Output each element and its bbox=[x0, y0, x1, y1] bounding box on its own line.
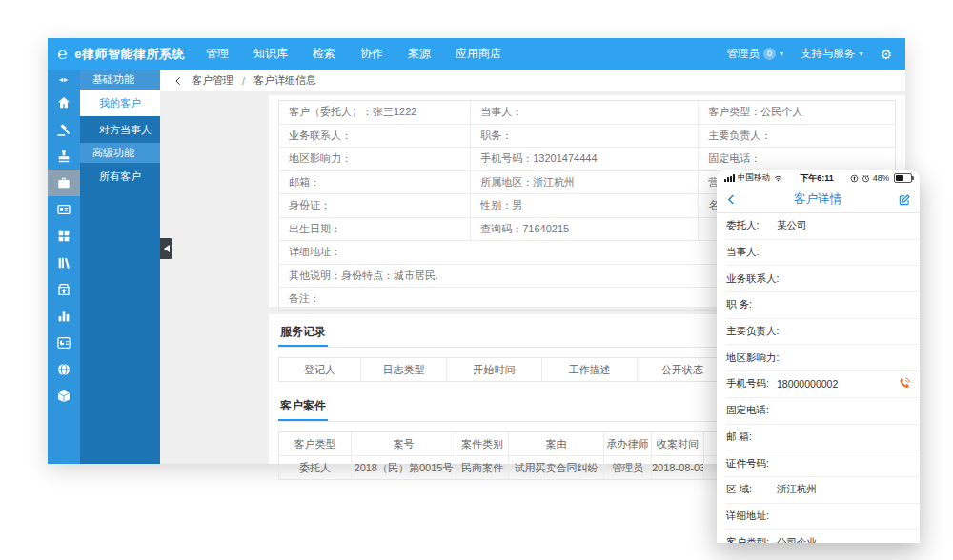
report-pie-icon[interactable] bbox=[48, 330, 80, 356]
phone-nav-bar: 客户详情 bbox=[717, 187, 920, 213]
sidebar-header-advanced[interactable]: 高级功能 bbox=[80, 143, 160, 163]
phone-mockup: 中国移动 下午6:11 48% 客户详情 委托人:某公司 当事人: 业务联系人:… bbox=[717, 170, 920, 543]
col-case-no: 案号 bbox=[351, 432, 456, 455]
field-client: 客户（委托人）：张三1222 bbox=[279, 101, 470, 124]
field-label: 地区影响力: bbox=[726, 351, 777, 365]
briefcase-icon[interactable] bbox=[48, 170, 80, 196]
top-bar-right: 管理员 0 ▾ 支持与服务 ▾ ⚙ bbox=[726, 47, 905, 62]
globe-icon[interactable] bbox=[48, 356, 80, 383]
cell-accept-time: 2018-08-03 bbox=[651, 456, 703, 479]
archive-upload-icon[interactable] bbox=[48, 276, 80, 303]
phone-field-list: 委托人:某公司 当事人: 业务联系人: 职 务: 主要负责人: 地区影响力: 手… bbox=[717, 213, 920, 543]
field-birthdate: 出生日期： bbox=[279, 218, 470, 241]
home-icon[interactable] bbox=[48, 90, 80, 116]
field-gender: 性别：男 bbox=[470, 194, 698, 217]
sidebar-item-all-clients[interactable]: 所有客户 bbox=[80, 163, 160, 190]
wifi-icon bbox=[773, 174, 783, 183]
sidebar-item-opposing-party[interactable]: 对方当事人 bbox=[80, 116, 160, 143]
field-business-contact: 业务联系人： bbox=[279, 125, 470, 148]
list-item: 职 务: bbox=[726, 292, 920, 319]
field-id-card: 身份证： bbox=[279, 194, 470, 217]
field-query-code: 查询码：71640215 bbox=[470, 218, 698, 241]
caret-down-icon: ▾ bbox=[859, 50, 862, 58]
icon-rail: ◂▸ bbox=[48, 70, 80, 464]
nav-item-knowledge[interactable]: 知识库 bbox=[253, 46, 288, 62]
battery-icon bbox=[894, 173, 912, 183]
list-item: 证件号码: bbox=[726, 450, 920, 477]
field-region: 所属地区：浙江杭州 bbox=[470, 171, 698, 194]
table-row: 业务联系人： 职务： 主要负责人： bbox=[279, 124, 895, 148]
list-item: 客户类型:公司企业 bbox=[726, 530, 920, 543]
list-item: 地区影响力: bbox=[726, 345, 920, 371]
app-logo-icon: ℮ bbox=[57, 44, 67, 64]
field-label: 主要负责人: bbox=[726, 325, 777, 338]
battery-percent: 48% bbox=[873, 173, 889, 183]
triangle-left-icon bbox=[164, 245, 170, 252]
nav-item-cases[interactable]: 案源 bbox=[408, 46, 431, 62]
col-registrant: 登记人 bbox=[279, 358, 360, 381]
nav-item-appstore[interactable]: 应用商店 bbox=[456, 46, 501, 62]
support-menu[interactable]: 支持与服务 ▾ bbox=[801, 47, 863, 61]
col-lawyer: 承办律师 bbox=[603, 432, 651, 455]
breadcrumb-section[interactable]: 客户管理 bbox=[192, 73, 233, 88]
screenshot-root: ℮ e律师智能律所系统 管理 知识库 检索 协作 案源 应用商店 管理员 0 ▾… bbox=[0, 0, 953, 560]
location-lock-icon bbox=[850, 174, 859, 183]
phone-status-bar: 中国移动 下午6:11 48% bbox=[717, 170, 920, 187]
grid-icon[interactable] bbox=[48, 223, 80, 250]
library-icon[interactable] bbox=[48, 250, 80, 276]
top-bar: ℮ e律师智能律所系统 管理 知识库 检索 协作 案源 应用商店 管理员 0 ▾… bbox=[48, 38, 905, 70]
stamp-icon[interactable] bbox=[48, 143, 80, 170]
list-item: 固定电话: bbox=[726, 398, 920, 425]
field-label: 详细地址: bbox=[726, 510, 777, 523]
field-label: 当事人: bbox=[726, 246, 777, 259]
sidebar-item-my-clients[interactable]: 我的客户 bbox=[80, 90, 160, 116]
sidebar: 基础功能 我的客户 对方当事人 高级功能 所有客户 bbox=[80, 70, 160, 464]
field-label: 委托人: bbox=[726, 219, 777, 232]
col-log-type: 日志类型 bbox=[360, 358, 446, 381]
sidebar-header-basic[interactable]: 基础功能 bbox=[80, 70, 160, 90]
gear-icon[interactable]: ⚙ bbox=[880, 47, 892, 62]
field-client-type: 客户类型：公民个人 bbox=[698, 101, 895, 124]
cell-cause: 试用买卖合同纠纷 bbox=[508, 456, 603, 479]
service-records-title: 服务记录 bbox=[278, 320, 328, 347]
table-row: 地区影响力： 手机号码：13201474444 固定电话： bbox=[279, 147, 895, 170]
client-cases-title: 客户案件 bbox=[278, 394, 328, 421]
id-card-icon[interactable] bbox=[48, 196, 80, 223]
field-label: 固定电话: bbox=[726, 404, 777, 417]
support-label: 支持与服务 bbox=[801, 47, 856, 61]
edit-icon[interactable] bbox=[898, 193, 911, 207]
clock-label: 下午6:11 bbox=[786, 172, 847, 185]
cell-lawyer: 管理员 bbox=[603, 456, 651, 479]
list-item: 主要负责人: bbox=[726, 319, 920, 346]
gavel-icon[interactable] bbox=[48, 116, 80, 143]
bar-chart-icon[interactable] bbox=[48, 303, 80, 330]
alarm-icon bbox=[862, 174, 870, 183]
field-position: 职务： bbox=[470, 125, 698, 148]
col-accept-time: 收案时间 bbox=[651, 432, 703, 455]
nav-item-manage[interactable]: 管理 bbox=[206, 46, 229, 62]
breadcrumb-page: 客户详细信息 bbox=[253, 73, 316, 88]
rail-collapse-icon[interactable]: ◂▸ bbox=[48, 70, 80, 90]
list-item: 详细地址: bbox=[726, 504, 920, 530]
package-icon[interactable] bbox=[48, 383, 80, 410]
sidebar-collapse-handle[interactable] bbox=[160, 238, 172, 259]
back-chevron-icon[interactable] bbox=[725, 193, 738, 206]
list-item: 委托人:某公司 bbox=[726, 213, 920, 240]
field-label: 证件号码: bbox=[726, 457, 777, 470]
col-work-desc: 工作描述 bbox=[541, 358, 637, 381]
field-label: 邮 箱: bbox=[726, 430, 777, 444]
carrier-label: 中国移动 bbox=[738, 172, 770, 184]
nav-item-search[interactable]: 检索 bbox=[313, 46, 335, 62]
field-region-influence: 地区影响力： bbox=[279, 148, 470, 170]
list-item: 业务联系人: bbox=[726, 266, 920, 292]
back-icon[interactable] bbox=[173, 76, 183, 86]
col-public-state: 公开状态 bbox=[637, 358, 727, 381]
field-mobile: 手机号码：13201474444 bbox=[470, 148, 698, 170]
user-menu[interactable]: 管理员 0 ▾ bbox=[726, 47, 783, 61]
phone-call-icon[interactable] bbox=[897, 377, 911, 391]
field-party: 当事人： bbox=[470, 101, 698, 124]
list-item: 区 域:浙江杭州 bbox=[726, 477, 920, 504]
nav-item-collab[interactable]: 协作 bbox=[360, 46, 383, 62]
breadcrumb-separator: / bbox=[242, 75, 245, 87]
list-item-mobile: 手机号码: 18000000002 bbox=[726, 371, 920, 398]
